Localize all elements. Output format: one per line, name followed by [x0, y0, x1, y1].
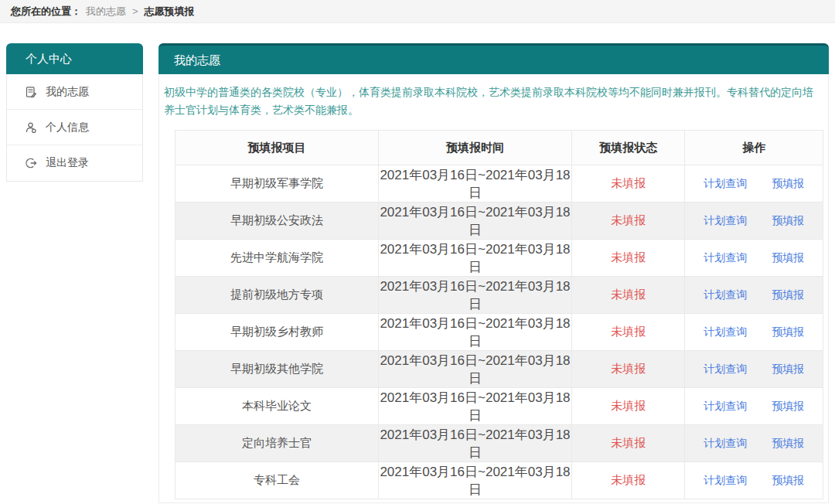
project-cell: 专科工会 — [176, 462, 379, 499]
header-actions: 操作 — [685, 131, 823, 165]
prefill-table: 预填报项目 预填报时间 预填报状态 操作 早期初级军事学院 2021年03月16… — [175, 130, 823, 499]
time-cell: 2021年03月16日~2021年03月18日 — [379, 203, 572, 240]
breadcrumb-parent-link[interactable]: 我的志愿 — [86, 5, 126, 19]
prefill-link[interactable]: 预填报 — [772, 400, 804, 412]
table-row: 本科毕业论文 2021年03月16日~2021年03月18日 未填报 计划查询 … — [176, 388, 823, 425]
status-badge: 未填报 — [571, 203, 685, 240]
status-badge: 未填报 — [571, 277, 685, 314]
actions-cell: 计划查询 预填报 — [685, 165, 823, 203]
plan-query-link[interactable]: 计划查询 — [704, 325, 747, 338]
time-cell: 2021年03月16日~2021年03月18日 — [379, 351, 572, 388]
plan-query-link[interactable]: 计划查询 — [704, 437, 747, 449]
sidebar-menu: 我的志愿 个人信息 — [6, 74, 143, 182]
plan-query-link[interactable]: 计划查询 — [704, 214, 747, 226]
actions-cell: 计划查询 预填报 — [685, 425, 823, 462]
actions-cell: 计划查询 预填报 — [685, 240, 823, 277]
project-cell: 定向培养士官 — [176, 425, 379, 462]
user-icon — [25, 121, 37, 134]
plan-query-link[interactable]: 计划查询 — [704, 251, 747, 264]
actions-cell: 计划查询 预填报 — [685, 314, 823, 351]
table-row: 早期初级军事学院 2021年03月16日~2021年03月18日 未填报 计划查… — [176, 165, 823, 203]
time-cell: 2021年03月16日~2021年03月18日 — [379, 388, 572, 425]
status-badge: 未填报 — [571, 351, 685, 388]
table-row: 早期初级公安政法 2021年03月16日~2021年03月18日 未填报 计划查… — [176, 203, 823, 240]
project-cell: 早期初级军事学院 — [176, 165, 379, 203]
breadcrumb-current: 志愿预填报 — [145, 5, 195, 19]
project-cell: 早期初级其他学院 — [176, 351, 379, 388]
prefill-link[interactable]: 预填报 — [772, 251, 804, 264]
sidebar-title: 个人中心 — [6, 43, 143, 74]
form-icon — [25, 86, 37, 98]
time-cell: 2021年03月16日~2021年03月18日 — [379, 240, 572, 277]
status-badge: 未填报 — [571, 165, 685, 203]
table-header-row: 预填报项目 预填报时间 预填报状态 操作 — [176, 131, 823, 165]
table-row: 提前初级地方专项 2021年03月16日~2021年03月18日 未填报 计划查… — [176, 277, 823, 314]
actions-cell: 计划查询 预填报 — [685, 277, 823, 314]
header-project: 预填报项目 — [176, 131, 379, 165]
actions-cell: 计划查询 预填报 — [685, 462, 823, 499]
prefill-link[interactable]: 预填报 — [772, 288, 804, 301]
table-body: 早期初级军事学院 2021年03月16日~2021年03月18日 未填报 计划查… — [176, 165, 823, 499]
plan-query-link[interactable]: 计划查询 — [704, 474, 747, 486]
sidebar: 个人中心 我的志愿 — [6, 43, 143, 182]
main-panel: 我的志愿 初级中学的普通类的各类院校（专业），体育类提前录取本科院校，艺术类提前… — [158, 43, 829, 503]
plan-query-link[interactable]: 计划查询 — [704, 363, 747, 375]
breadcrumb-prefix: 您所在的位置： — [11, 5, 81, 19]
project-cell: 先进中学航海学院 — [176, 240, 379, 277]
header-status: 预填报状态 — [571, 131, 685, 165]
table-row: 专科工会 2021年03月16日~2021年03月18日 未填报 计划查询 预填… — [176, 462, 823, 499]
status-badge: 未填报 — [571, 388, 685, 425]
status-badge: 未填报 — [571, 462, 685, 499]
project-cell: 早期初级公安政法 — [176, 203, 379, 240]
prefill-link[interactable]: 预填报 — [772, 325, 804, 338]
actions-cell: 计划查询 预填报 — [685, 388, 823, 425]
plan-query-link[interactable]: 计划查询 — [704, 400, 747, 412]
plan-query-link[interactable]: 计划查询 — [704, 177, 747, 189]
table-row: 先进中学航海学院 2021年03月16日~2021年03月18日 未填报 计划查… — [176, 240, 823, 277]
page-layout: 个人中心 我的志愿 — [6, 43, 829, 503]
prefill-link[interactable]: 预填报 — [772, 437, 804, 449]
prefill-link[interactable]: 预填报 — [772, 363, 804, 375]
breadcrumb: 您所在的位置： 我的志愿 > 志愿预填报 — [0, 0, 835, 23]
actions-cell: 计划查询 预填报 — [685, 203, 823, 240]
main-panel-title: 我的志愿 — [158, 43, 829, 74]
sidebar-item-label: 个人信息 — [46, 121, 89, 135]
time-cell: 2021年03月16日~2021年03月18日 — [379, 425, 572, 462]
sidebar-item-label: 我的志愿 — [46, 85, 89, 99]
status-badge: 未填报 — [571, 425, 685, 462]
time-cell: 2021年03月16日~2021年03月18日 — [379, 462, 572, 499]
sidebar-item-logout[interactable]: 退出登录 — [7, 145, 142, 181]
sidebar-item-personal-info[interactable]: 个人信息 — [7, 110, 142, 145]
table-row: 早期初级乡村教师 2021年03月16日~2021年03月18日 未填报 计划查… — [176, 314, 823, 351]
status-badge: 未填报 — [571, 240, 685, 277]
prefill-link[interactable]: 预填报 — [772, 214, 804, 226]
project-cell: 本科毕业论文 — [176, 388, 379, 425]
breadcrumb-separator: > — [132, 5, 138, 17]
time-cell: 2021年03月16日~2021年03月18日 — [379, 277, 572, 314]
prefill-link[interactable]: 预填报 — [772, 474, 804, 486]
main-panel-body: 初级中学的普通类的各类院校（专业），体育类提前录取本科院校，艺术类提前录取本科院… — [158, 74, 829, 503]
table-row: 定向培养士官 2021年03月16日~2021年03月18日 未填报 计划查询 … — [176, 425, 823, 462]
logout-icon — [25, 157, 37, 169]
sidebar-item-my-choices[interactable]: 我的志愿 — [7, 74, 142, 110]
prefill-link[interactable]: 预填报 — [772, 177, 804, 189]
table-row: 早期初级其他学院 2021年03月16日~2021年03月18日 未填报 计划查… — [176, 351, 823, 388]
header-time: 预填报时间 — [379, 131, 572, 165]
plan-query-link[interactable]: 计划查询 — [704, 288, 747, 301]
sidebar-item-label: 退出登录 — [46, 156, 89, 170]
project-cell: 早期初级乡村教师 — [176, 314, 379, 351]
time-cell: 2021年03月16日~2021年03月18日 — [379, 165, 572, 203]
time-cell: 2021年03月16日~2021年03月18日 — [379, 314, 572, 351]
project-cell: 提前初级地方专项 — [176, 277, 379, 314]
notice-text: 初级中学的普通类的各类院校（专业），体育类提前录取本科院校，艺术类提前录取本科院… — [164, 83, 826, 119]
actions-cell: 计划查询 预填报 — [685, 351, 823, 388]
status-badge: 未填报 — [571, 314, 685, 351]
